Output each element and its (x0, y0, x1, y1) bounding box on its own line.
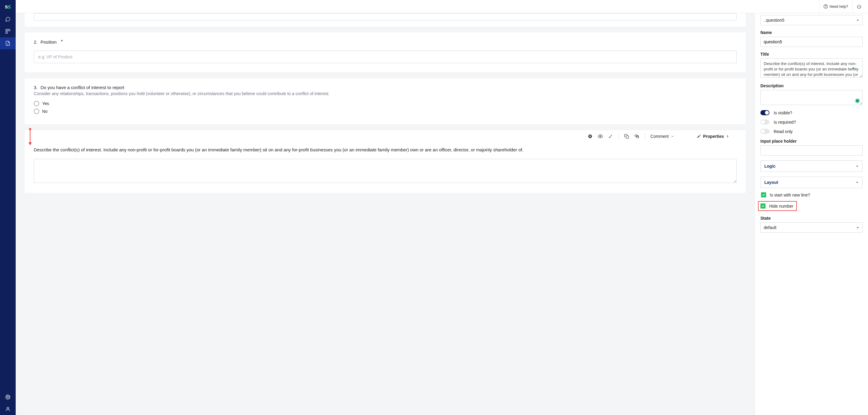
blocks-icon (5, 29, 10, 34)
svg-rect-0 (6, 29, 7, 31)
start-newline-checkbox-row[interactable]: Is start with new line? (761, 192, 863, 198)
grammarly-icon (852, 67, 854, 69)
radio-option-no[interactable]: No (34, 107, 737, 115)
svg-point-4 (7, 407, 9, 409)
radio-icon (34, 101, 39, 106)
nav-item-forms[interactable] (0, 37, 16, 49)
wand-icon (697, 134, 701, 138)
svg-point-3 (7, 396, 9, 398)
svg-rect-1 (8, 29, 10, 31)
help-label: Need help? (830, 4, 848, 9)
svg-rect-2 (6, 32, 7, 33)
topbar: Need help? (16, 0, 868, 13)
chevron-down-icon (671, 135, 674, 138)
user-icon (5, 406, 10, 412)
placeholder-input[interactable] (761, 145, 863, 155)
description-label: Description (761, 83, 863, 88)
conflict-description-textarea[interactable] (34, 159, 737, 183)
chevron-up-icon (856, 181, 859, 184)
name-label: Name (761, 30, 863, 35)
radio-icon (34, 109, 39, 114)
svg-point-15 (600, 136, 601, 137)
question-card-2[interactable]: 2. Position * (25, 33, 746, 72)
hide-number-label: Hide number (769, 204, 793, 209)
nav-item-chat[interactable] (0, 13, 16, 25)
chevron-down-icon (856, 165, 859, 168)
question-card-5-selected[interactable]: Comment Properties Describe (25, 130, 746, 193)
radio-option-yes[interactable]: Yes (34, 100, 737, 107)
state-label: State (761, 216, 863, 220)
required-toggle-icon[interactable] (608, 134, 613, 139)
visibility-icon[interactable] (598, 134, 603, 139)
placeholder-label: Input place holder (761, 139, 863, 143)
nav-item-profile[interactable] (0, 403, 16, 415)
comment-dropdown[interactable]: Comment (650, 134, 674, 139)
position-input[interactable] (34, 50, 737, 63)
svg-rect-16 (626, 136, 629, 138)
question-number: 3. (34, 85, 38, 90)
logic-accordion[interactable]: Logic (761, 161, 863, 172)
svg-rect-17 (635, 135, 637, 136)
radio-label: No (42, 109, 48, 114)
visible-toggle[interactable] (761, 110, 770, 115)
radio-label: Yes (42, 101, 49, 106)
form-icon (5, 41, 10, 46)
question-title: Position (41, 39, 57, 44)
copy-icon[interactable] (624, 134, 629, 139)
question1-input[interactable] (34, 13, 737, 21)
name-input[interactable] (761, 37, 863, 47)
logout-button[interactable] (852, 0, 866, 13)
gear-icon (5, 394, 10, 400)
svg-rect-18 (637, 136, 639, 138)
title-label: Title (761, 52, 863, 57)
required-label: Is required? (774, 120, 796, 125)
annotation-arrow (28, 128, 33, 147)
state-select[interactable]: default (761, 222, 863, 233)
question-title-long: Describe the conflict(s) of interest. In… (34, 146, 737, 153)
move-icon[interactable] (634, 134, 639, 139)
start-newline-label: Is start with new line? (770, 193, 810, 198)
description-textarea[interactable] (761, 90, 863, 105)
nav-item-settings[interactable] (0, 391, 16, 403)
properties-button[interactable]: Properties (697, 134, 730, 139)
question-description: Consider any relationships, transactions… (34, 91, 737, 96)
nav-item-blocks[interactable] (0, 25, 16, 37)
svg-marker-11 (29, 142, 32, 145)
checkbox-checked-icon (761, 203, 766, 209)
help-icon (824, 4, 828, 9)
visible-label: Is visible? (774, 110, 792, 115)
hide-number-checkbox-row[interactable]: Hide number (758, 201, 797, 211)
help-button[interactable]: Need help? (819, 0, 852, 13)
power-icon (857, 4, 861, 9)
nav-sidebar: s≤ (0, 0, 16, 415)
readonly-toggle[interactable] (761, 129, 770, 134)
readonly-label: Read only (774, 129, 793, 134)
question-card-3[interactable]: 3. Do you have a conflict of interest to… (25, 78, 746, 124)
question-title: Do you have a conflict of interest to re… (41, 85, 124, 90)
required-star: * (61, 39, 63, 44)
svg-point-6 (826, 7, 826, 7)
question-card-1[interactable] (25, 13, 746, 27)
delete-icon[interactable] (588, 134, 592, 139)
checkbox-checked-icon (761, 192, 766, 198)
selection-toolbar: Comment Properties (34, 130, 737, 142)
chevron-down-icon (856, 19, 859, 22)
path-select[interactable]: ..question5 (761, 15, 863, 25)
title-textarea[interactable] (761, 58, 863, 78)
chat-icon (5, 16, 10, 22)
question-number: 2. (34, 39, 38, 44)
required-toggle[interactable] (761, 119, 770, 125)
app-logo: s≤ (0, 0, 16, 13)
layout-accordion[interactable]: Layout (761, 177, 863, 188)
chevron-right-icon (726, 135, 730, 138)
grammarly-icon (855, 98, 860, 104)
properties-panel: ..question5 Name Title Description (755, 13, 868, 415)
chevron-down-icon (856, 226, 859, 229)
